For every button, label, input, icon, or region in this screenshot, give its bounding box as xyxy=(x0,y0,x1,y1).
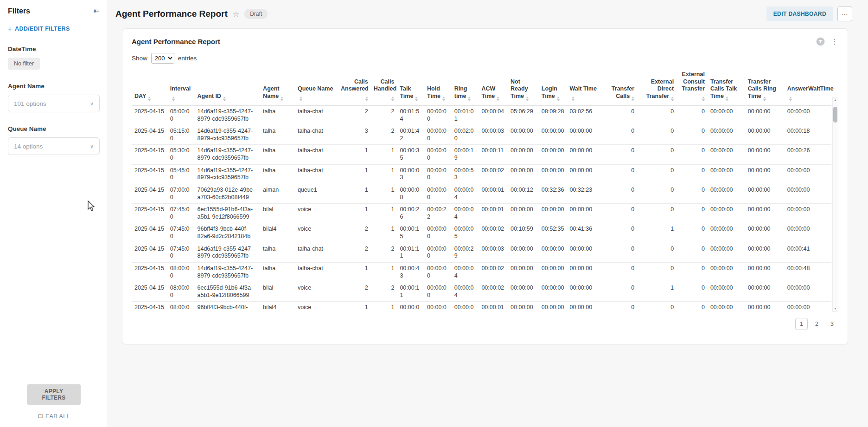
scrollbar-thumb[interactable] xyxy=(833,107,837,123)
table-cell: 2 xyxy=(371,243,397,262)
scroll-down-arrow[interactable]: ▼ xyxy=(833,306,838,311)
sort-icon[interactable] xyxy=(442,97,445,101)
sort-icon[interactable] xyxy=(526,97,529,101)
table-row[interactable]: 2025-04-1505:30:0014d6af19-c355-4247-897… xyxy=(132,145,831,164)
table-cell: 00:00:00 xyxy=(708,302,745,312)
sort-icon[interactable] xyxy=(671,97,674,101)
column-header-14[interactable]: Transfer Calls xyxy=(600,69,637,105)
column-header-8[interactable]: Hold Time xyxy=(424,69,452,105)
table-cell: 05:15:00 xyxy=(167,125,195,145)
table-cell: 0 xyxy=(677,184,708,203)
column-header-3[interactable]: Agent Name xyxy=(260,69,295,105)
table-row[interactable]: 2025-04-1505:45:0014d6af19-c355-4247-897… xyxy=(132,164,831,184)
star-icon[interactable]: ☆ xyxy=(233,10,239,19)
column-header-6[interactable]: Calls Handled xyxy=(371,69,397,105)
table-cell: 00:00:00 xyxy=(424,223,452,243)
table-row[interactable]: 2025-04-1508:00:0096bff4f3-9bcb-440f-82a… xyxy=(132,302,831,312)
table-cell: 00:00:00 xyxy=(424,164,452,184)
column-header-label: Interval xyxy=(170,85,191,92)
column-header-0[interactable]: DAY xyxy=(132,69,167,105)
sort-icon[interactable] xyxy=(281,97,283,101)
sort-icon[interactable] xyxy=(763,97,766,101)
edit-dashboard-button[interactable]: EDIT DASHBOARD xyxy=(766,6,833,21)
clear-all-button[interactable]: CLEAR ALL xyxy=(0,413,108,420)
add-edit-filters-link[interactable]: + ADD/EDIT FILTERS xyxy=(8,25,100,32)
table-cell: 00:00:00 xyxy=(745,204,785,223)
table-cell: 00:00:00 xyxy=(745,243,785,262)
column-header-2[interactable]: Agent ID xyxy=(195,69,261,105)
sort-icon[interactable] xyxy=(223,97,226,101)
sort-icon[interactable] xyxy=(415,97,418,101)
column-header-4[interactable]: Queue Name xyxy=(295,69,338,105)
sort-icon[interactable] xyxy=(702,97,705,101)
queue-name-select[interactable]: 14 options ∨ xyxy=(8,137,100,155)
page-size-select[interactable]: 200 xyxy=(151,53,174,64)
sort-icon[interactable] xyxy=(557,97,560,101)
table-cell: 2 xyxy=(371,282,397,302)
table-cell: 6ec1555d-91b6-4f3a-a5b1-9e12f8066599 xyxy=(195,204,261,223)
page-button-2[interactable]: 2 xyxy=(811,318,823,330)
table-cell: 1 xyxy=(338,204,371,223)
sort-icon[interactable] xyxy=(497,97,499,101)
table-cell: 00:00:00 xyxy=(785,302,831,312)
table-row[interactable]: 2025-04-1507:45:0096bff4f3-9bcb-440f-82a… xyxy=(132,223,831,243)
column-header-16[interactable]: External Consult Transfer xyxy=(677,69,708,105)
table-cell: 00:00:00 xyxy=(539,145,567,164)
table-cell: 00:32:23 xyxy=(567,184,601,203)
pagination: 123 xyxy=(795,318,838,330)
sort-icon[interactable] xyxy=(172,97,175,101)
vertical-scrollbar[interactable]: ▲ ▼ xyxy=(832,97,838,312)
column-header-15[interactable]: External Direct Transfer xyxy=(637,69,677,105)
sort-icon[interactable] xyxy=(572,97,574,101)
agent-name-select[interactable]: 101 options ∨ xyxy=(8,95,100,112)
sort-icon[interactable] xyxy=(468,97,471,101)
sort-icon[interactable] xyxy=(726,97,728,101)
column-header-19[interactable]: AnswerWaitTime xyxy=(785,69,831,105)
kebab-menu-icon[interactable]: ⋮ xyxy=(831,37,838,46)
table-cell: 00:00:18 xyxy=(785,125,831,145)
table-cell: 00:00:00 xyxy=(424,302,452,312)
column-header-5[interactable]: Calls Answered xyxy=(338,69,371,105)
table-cell: voice xyxy=(295,204,338,223)
table-cell: 00:00:08 xyxy=(397,184,424,203)
table-row[interactable]: 2025-04-1508:00:006ec1555d-91b6-4f3a-a5b… xyxy=(132,282,831,302)
table-row[interactable]: 2025-04-1505:00:0014d6af19-c355-4247-897… xyxy=(132,105,831,125)
scrollbar-track[interactable] xyxy=(833,103,838,306)
sort-icon[interactable] xyxy=(365,97,368,101)
table-row[interactable]: 2025-04-1507:45:006ec1555d-91b6-4f3a-a5b… xyxy=(132,204,831,223)
datetime-filter-chip[interactable]: No filter xyxy=(8,58,40,70)
column-header-12[interactable]: Login Time xyxy=(539,69,567,105)
table-row[interactable]: 2025-04-1507:45:0014d6af19-c355-4247-897… xyxy=(132,243,831,262)
table-cell: aiman xyxy=(260,184,295,203)
scroll-up-arrow[interactable]: ▲ xyxy=(833,97,838,103)
table-cell: 00:00:00 xyxy=(708,184,745,203)
column-header-9[interactable]: Ring time xyxy=(452,69,479,105)
table-row[interactable]: 2025-04-1508:00:0014d6af19-c355-4247-897… xyxy=(132,262,831,282)
sort-icon[interactable] xyxy=(789,97,792,101)
column-header-17[interactable]: Transfer Calls Talk Time xyxy=(708,69,745,105)
sort-icon[interactable] xyxy=(300,97,302,101)
collapse-sidebar-icon[interactable]: ⇤ xyxy=(94,6,100,15)
column-header-10[interactable]: ACW Time xyxy=(479,69,508,105)
table-cell: talha-chat xyxy=(295,262,338,282)
table-row[interactable]: 2025-04-1505:15:0014d6af19-c355-4247-897… xyxy=(132,125,831,145)
table-cell: 00:00:15 xyxy=(397,223,424,243)
column-header-1[interactable]: Interval xyxy=(167,69,195,105)
sort-icon[interactable] xyxy=(632,97,634,101)
sort-icon[interactable] xyxy=(148,97,151,101)
table-cell: 00:00:00 xyxy=(745,145,785,164)
page-button-1[interactable]: 1 xyxy=(795,318,808,330)
column-header-13[interactable]: Wait Time xyxy=(567,69,601,105)
more-options-button[interactable]: ⋯ xyxy=(837,6,852,21)
column-header-11[interactable]: Not Ready Time xyxy=(508,69,539,105)
table-cell: 1 xyxy=(338,145,371,164)
sort-icon[interactable] xyxy=(391,97,394,101)
apply-filters-button[interactable]: APPLY FILTERS xyxy=(27,384,81,405)
page-button-3[interactable]: 3 xyxy=(826,318,838,330)
column-header-7[interactable]: Talk Time xyxy=(397,69,424,105)
table-cell: 2 xyxy=(338,105,371,125)
table-row[interactable]: 2025-04-1507:00:0070629a93-012e-49be-a70… xyxy=(132,184,831,203)
filter-icon[interactable] xyxy=(816,37,825,46)
column-header-18[interactable]: Transfer Calls Ring Time xyxy=(745,69,785,105)
table-cell: 2025-04-15 xyxy=(132,302,167,312)
